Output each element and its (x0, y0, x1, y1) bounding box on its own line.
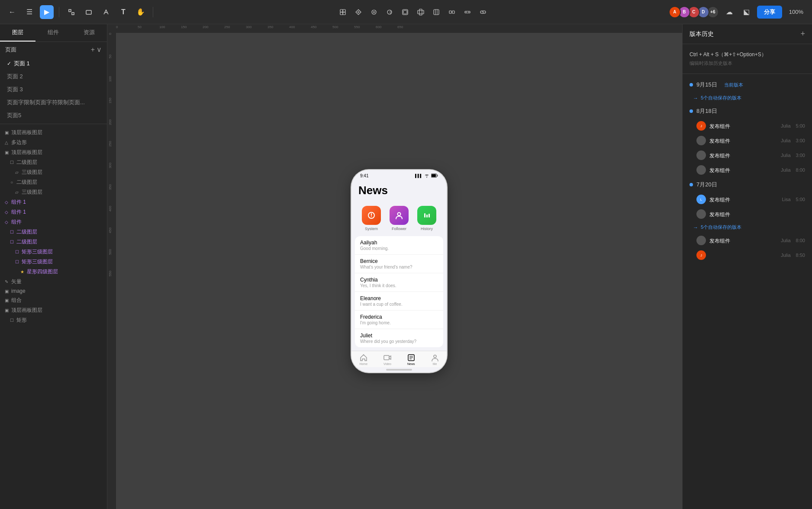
cloud-button[interactable]: ☁ (722, 5, 736, 19)
canvas-content: 9:41 ▌▌▌ News (116, 33, 682, 509)
layer-group[interactable]: ▣ 组合 (0, 295, 107, 305)
auto-save-jul20[interactable]: → 5个自动保存的版本 (683, 221, 812, 233)
component-tool-2[interactable] (351, 5, 365, 19)
phone-msg-4[interactable]: Eleanore I want a cup of coffee. (355, 292, 443, 311)
msg-4-text: I want a cup of coffee. (360, 302, 438, 307)
layer-rect-1-label: 二级图层 (16, 159, 37, 166)
phone-icon-follower[interactable]: Follower (390, 206, 409, 231)
layer-vector[interactable]: ✎ 矢量 (0, 277, 107, 287)
page-item-5[interactable]: 页面5 (2, 109, 105, 122)
pages-section-header: 页面 + ∨ (0, 42, 107, 57)
layer-frame-2[interactable]: ▣ 顶层画板图层 (0, 147, 107, 157)
hand-tool[interactable]: ✋ (134, 5, 148, 19)
svg-rect-29 (424, 213, 425, 218)
follower-icon-circle (390, 206, 409, 225)
auto-save-sep15[interactable]: → 5个自动保存的版本 (683, 92, 812, 104)
layer-rect-comp-4[interactable]: ☐ 矩形三级图层 (0, 257, 107, 267)
history-entry-aug18-2[interactable]: 发布组件 Julia 3:00 (683, 133, 812, 148)
pen-tool[interactable] (99, 5, 113, 19)
vector-icon: ✎ (3, 279, 10, 285)
zoom-level[interactable]: 100% (786, 7, 807, 17)
page-3-label: 页面 3 (7, 86, 23, 93)
entry-time-3: Julia (781, 153, 791, 158)
collapse-pages-button[interactable]: ∨ (97, 45, 102, 54)
add-page-button[interactable]: + (91, 45, 95, 54)
history-entry-jul20-1[interactable]: L 发布组件 Lisa 5:00 (683, 192, 812, 207)
history-entry-aug18-4[interactable]: 发布组件 Julia 8:00 (683, 163, 812, 177)
layer-frame-1[interactable]: ▣ 顶层画板图层 (0, 128, 107, 138)
phone-status-bar: 9:41 ▌▌▌ (351, 170, 447, 180)
layer-rect-1[interactable]: ☐ 二级图层 (0, 157, 107, 167)
phone-tab-news[interactable]: News (407, 354, 415, 365)
avatar-1: A (669, 6, 681, 18)
entry-avatar-1: J (696, 121, 706, 131)
page-item-1[interactable]: ✓ 页面 1 (2, 57, 105, 70)
auto-save-text-1: 5个自动保存的版本 (701, 95, 741, 101)
page-item-3[interactable]: 页面 3 (2, 83, 105, 96)
text-tool[interactable]: T (116, 5, 130, 19)
component-tool-9[interactable] (461, 5, 474, 19)
history-entry-aug18-3[interactable]: 发布组件 Julia 3:00 (683, 148, 812, 163)
phone-icon-history[interactable]: History (417, 206, 436, 231)
tab-assets[interactable]: 资源 (71, 24, 107, 42)
layer-rect-comp-3[interactable]: ☐ 矩形三级图层 (0, 247, 107, 257)
layer-shape-polygon[interactable]: △ 多边形 (0, 138, 107, 147)
layer-rect-comp-2[interactable]: ☐ 二级图层 (0, 237, 107, 247)
shortcut-keys: Ctrl + Alt + S（⌘+⇧+Option+S） (690, 51, 805, 58)
tab-components[interactable]: 组件 (35, 24, 71, 42)
layer-circle-1[interactable]: ○ 二级图层 (0, 177, 107, 187)
page-item-2[interactable]: 页面 2 (2, 70, 105, 83)
phone-msg-1[interactable]: Aaliyah Good morning. (355, 236, 443, 255)
add-version-button[interactable]: + (800, 29, 805, 38)
component-tool-4[interactable] (383, 5, 396, 19)
frame-tool[interactable] (64, 5, 78, 19)
layer-component-2[interactable]: ◇ 组件 1 (0, 207, 107, 217)
layer-component-3[interactable]: ◇ 组件 (0, 217, 107, 227)
svg-rect-19 (452, 11, 454, 13)
layer-rect-2[interactable]: ▱ 三级图层 (0, 167, 107, 177)
phone-msg-3[interactable]: Cynthia Yes, I think it does. (355, 273, 443, 292)
msg-5-text: I'm going home. (360, 320, 438, 325)
canvas-area[interactable]: 0 50 100 150 200 250 300 350 400 450 500… (107, 24, 682, 509)
phone-msg-2[interactable]: Bernice What's your friend's name? (355, 255, 443, 273)
history-entry-aug18-1[interactable]: J 发布组件 Julia 5:00 (683, 118, 812, 133)
history-entry-misc-1[interactable]: 发布组件 Julia 8:00 (683, 233, 812, 248)
component-tool-6[interactable] (414, 5, 428, 19)
page-item-4[interactable]: 页面字限制页面字符限制页面... (2, 96, 88, 109)
history-entry-misc-2[interactable]: J Julia 8:50 (683, 248, 812, 263)
link-tool[interactable] (476, 5, 490, 19)
phone-tab-me[interactable]: Me (431, 354, 439, 365)
component-tool-8[interactable] (445, 5, 459, 19)
component-tool-1[interactable] (336, 5, 350, 19)
back-button[interactable]: ← (5, 5, 19, 19)
ruler-mark-600: 600 (376, 25, 381, 29)
component-tool-7[interactable] (429, 5, 443, 19)
phone-msg-5[interactable]: Frederica I'm going home. (355, 311, 443, 329)
layer-image[interactable]: ▣ image (0, 287, 107, 295)
phone-icon-system[interactable]: System (362, 206, 381, 231)
layer-rect-final[interactable]: ☐ 矩形 (0, 315, 107, 325)
layer-rect-comp-1[interactable]: ☐ 二级图层 (0, 227, 107, 237)
component-tool-3[interactable] (367, 5, 381, 19)
phone-tab-video[interactable]: Video (383, 354, 391, 365)
layer-frame-3-label: 顶层画板图层 (11, 307, 42, 314)
ruler-mark-200: 200 (203, 25, 208, 29)
menu-button[interactable]: ☰ (23, 5, 36, 19)
tab-layers[interactable]: 图层 (0, 24, 35, 42)
shape-tool[interactable] (82, 5, 96, 19)
layer-star[interactable]: ★ 星形四级图层 (0, 267, 107, 277)
layer-rect-3[interactable]: ▱ 三级图层 (0, 187, 107, 197)
entry-time-1: Julia (781, 123, 791, 128)
layer-component-1[interactable]: ◇ 组件 1 (0, 197, 107, 207)
svg-rect-30 (426, 214, 428, 218)
layer-frame-3[interactable]: ▣ 顶层画板图层 (0, 305, 107, 315)
layout-button[interactable]: ⬕ (740, 5, 754, 19)
svg-rect-12 (403, 10, 407, 14)
component-tool-5[interactable] (398, 5, 412, 19)
history-entry-jul20-2[interactable]: 发布组件 (683, 207, 812, 221)
phone-msg-6[interactable]: Juliet Where did you go yesterday? (355, 329, 443, 347)
phone-tab-home[interactable]: Home (359, 354, 367, 365)
entry-info-5: 发布组件 (709, 195, 778, 204)
share-button[interactable]: 分享 (757, 6, 782, 19)
play-button[interactable]: ▶ (40, 5, 54, 19)
